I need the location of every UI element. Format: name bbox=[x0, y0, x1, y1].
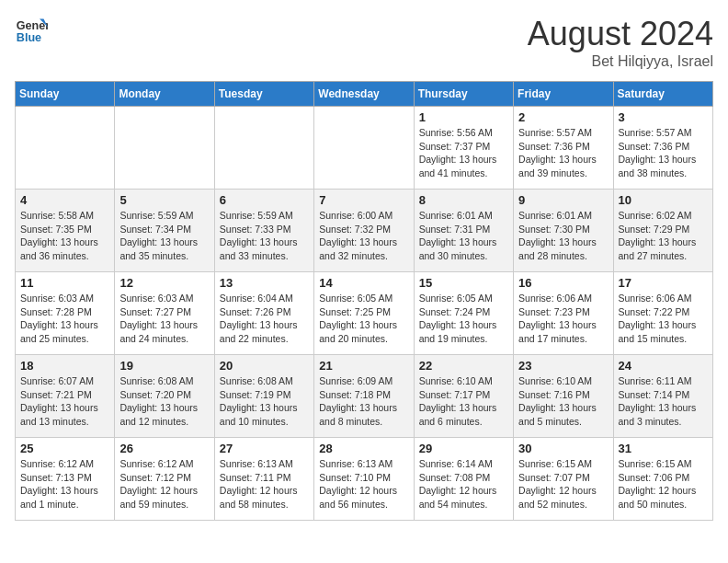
week-row-1: 1Sunrise: 5:56 AM Sunset: 7:37 PM Daylig… bbox=[16, 107, 713, 190]
calendar-table: SundayMondayTuesdayWednesdayThursdayFrid… bbox=[15, 81, 713, 521]
day-number: 28 bbox=[319, 442, 408, 455]
day-number: 20 bbox=[220, 359, 309, 373]
calendar-cell: 20Sunrise: 6:08 AM Sunset: 7:19 PM Dayli… bbox=[214, 355, 313, 438]
calendar-cell: 11Sunrise: 6:03 AM Sunset: 7:28 PM Dayli… bbox=[16, 272, 115, 355]
week-row-2: 4Sunrise: 5:58 AM Sunset: 7:35 PM Daylig… bbox=[16, 190, 713, 272]
day-number: 4 bbox=[20, 193, 109, 207]
day-number: 24 bbox=[619, 359, 708, 373]
day-number: 3 bbox=[619, 110, 708, 124]
day-info: Sunrise: 6:05 AM Sunset: 7:25 PM Dayligh… bbox=[319, 292, 408, 346]
weekday-header-tuesday: Tuesday bbox=[214, 82, 313, 107]
day-info: Sunrise: 6:10 AM Sunset: 7:16 PM Dayligh… bbox=[518, 374, 608, 429]
day-info: Sunrise: 5:57 AM Sunset: 7:36 PM Dayligh… bbox=[518, 126, 608, 180]
weekday-header-friday: Friday bbox=[514, 82, 613, 107]
day-number: 2 bbox=[518, 110, 608, 124]
week-row-3: 11Sunrise: 6:03 AM Sunset: 7:28 PM Dayli… bbox=[16, 272, 713, 355]
day-info: Sunrise: 6:12 AM Sunset: 7:12 PM Dayligh… bbox=[119, 457, 209, 511]
day-number: 25 bbox=[20, 442, 109, 455]
calendar-cell: 8Sunrise: 6:01 AM Sunset: 7:31 PM Daylig… bbox=[414, 190, 513, 272]
day-number: 30 bbox=[518, 442, 608, 455]
day-info: Sunrise: 6:02 AM Sunset: 7:29 PM Dayligh… bbox=[619, 209, 708, 263]
calendar-cell: 15Sunrise: 6:05 AM Sunset: 7:24 PM Dayli… bbox=[414, 272, 513, 355]
day-number: 26 bbox=[119, 442, 209, 455]
day-info: Sunrise: 6:12 AM Sunset: 7:13 PM Dayligh… bbox=[20, 457, 109, 511]
day-info: Sunrise: 6:05 AM Sunset: 7:24 PM Dayligh… bbox=[419, 292, 508, 346]
day-info: Sunrise: 6:01 AM Sunset: 7:30 PM Dayligh… bbox=[518, 209, 608, 263]
day-number: 27 bbox=[220, 442, 309, 455]
day-info: Sunrise: 5:59 AM Sunset: 7:34 PM Dayligh… bbox=[119, 209, 209, 263]
calendar-cell: 17Sunrise: 6:06 AM Sunset: 7:22 PM Dayli… bbox=[613, 272, 712, 355]
weekday-header-saturday: Saturday bbox=[613, 82, 712, 107]
calendar-cell: 10Sunrise: 6:02 AM Sunset: 7:29 PM Dayli… bbox=[613, 190, 712, 272]
calendar-cell: 3Sunrise: 5:57 AM Sunset: 7:36 PM Daylig… bbox=[613, 107, 712, 190]
day-info: Sunrise: 5:58 AM Sunset: 7:35 PM Dayligh… bbox=[20, 209, 109, 263]
calendar-cell bbox=[314, 107, 414, 190]
calendar-cell: 31Sunrise: 6:15 AM Sunset: 7:06 PM Dayli… bbox=[613, 438, 712, 521]
day-number: 23 bbox=[518, 359, 608, 373]
page-header: General Blue August 2024 Bet Hilqiyya, I… bbox=[15, 15, 713, 70]
calendar-cell: 19Sunrise: 6:08 AM Sunset: 7:20 PM Dayli… bbox=[115, 355, 214, 438]
calendar-cell bbox=[214, 107, 313, 190]
calendar-cell: 23Sunrise: 6:10 AM Sunset: 7:16 PM Dayli… bbox=[514, 355, 613, 438]
calendar-cell: 27Sunrise: 6:13 AM Sunset: 7:11 PM Dayli… bbox=[214, 438, 313, 521]
title-block: August 2024 Bet Hilqiyya, Israel bbox=[528, 15, 713, 70]
day-number: 1 bbox=[419, 110, 508, 124]
calendar-cell: 1Sunrise: 5:56 AM Sunset: 7:37 PM Daylig… bbox=[414, 107, 513, 190]
day-info: Sunrise: 6:01 AM Sunset: 7:31 PM Dayligh… bbox=[419, 209, 508, 263]
day-number: 15 bbox=[419, 276, 508, 290]
calendar-cell: 6Sunrise: 5:59 AM Sunset: 7:33 PM Daylig… bbox=[214, 190, 313, 272]
day-number: 29 bbox=[419, 442, 508, 455]
day-info: Sunrise: 6:03 AM Sunset: 7:28 PM Dayligh… bbox=[20, 292, 109, 346]
day-info: Sunrise: 6:14 AM Sunset: 7:08 PM Dayligh… bbox=[419, 457, 508, 511]
calendar-cell bbox=[115, 107, 214, 190]
calendar-cell: 13Sunrise: 6:04 AM Sunset: 7:26 PM Dayli… bbox=[214, 272, 313, 355]
day-info: Sunrise: 6:04 AM Sunset: 7:26 PM Dayligh… bbox=[220, 292, 309, 346]
calendar-cell bbox=[16, 107, 115, 190]
day-info: Sunrise: 6:11 AM Sunset: 7:14 PM Dayligh… bbox=[619, 374, 708, 429]
day-info: Sunrise: 6:07 AM Sunset: 7:21 PM Dayligh… bbox=[20, 374, 109, 429]
day-number: 13 bbox=[220, 276, 309, 290]
month-title: August 2024 bbox=[528, 15, 713, 53]
day-number: 18 bbox=[20, 359, 109, 373]
calendar-cell: 7Sunrise: 6:00 AM Sunset: 7:32 PM Daylig… bbox=[314, 190, 414, 272]
calendar-cell: 18Sunrise: 6:07 AM Sunset: 7:21 PM Dayli… bbox=[16, 355, 115, 438]
logo-icon: General Blue bbox=[15, 15, 48, 48]
day-number: 21 bbox=[319, 359, 408, 373]
day-info: Sunrise: 6:15 AM Sunset: 7:07 PM Dayligh… bbox=[518, 457, 608, 511]
day-info: Sunrise: 6:00 AM Sunset: 7:32 PM Dayligh… bbox=[319, 209, 408, 263]
day-info: Sunrise: 6:08 AM Sunset: 7:20 PM Dayligh… bbox=[119, 374, 209, 429]
day-info: Sunrise: 5:57 AM Sunset: 7:36 PM Dayligh… bbox=[619, 126, 708, 180]
week-row-4: 18Sunrise: 6:07 AM Sunset: 7:21 PM Dayli… bbox=[16, 355, 713, 438]
calendar-cell: 25Sunrise: 6:12 AM Sunset: 7:13 PM Dayli… bbox=[16, 438, 115, 521]
day-info: Sunrise: 6:08 AM Sunset: 7:19 PM Dayligh… bbox=[220, 374, 309, 429]
calendar-cell: 26Sunrise: 6:12 AM Sunset: 7:12 PM Dayli… bbox=[115, 438, 214, 521]
day-number: 11 bbox=[20, 276, 109, 290]
day-number: 12 bbox=[119, 276, 209, 290]
weekday-header-thursday: Thursday bbox=[414, 82, 513, 107]
day-info: Sunrise: 6:15 AM Sunset: 7:06 PM Dayligh… bbox=[619, 457, 708, 511]
day-number: 7 bbox=[319, 193, 408, 207]
calendar-cell: 12Sunrise: 6:03 AM Sunset: 7:27 PM Dayli… bbox=[115, 272, 214, 355]
day-number: 5 bbox=[119, 193, 209, 207]
weekday-header-row: SundayMondayTuesdayWednesdayThursdayFrid… bbox=[16, 82, 713, 107]
day-number: 19 bbox=[119, 359, 209, 373]
day-info: Sunrise: 6:13 AM Sunset: 7:10 PM Dayligh… bbox=[319, 457, 408, 511]
day-number: 8 bbox=[419, 193, 508, 207]
calendar-cell: 9Sunrise: 6:01 AM Sunset: 7:30 PM Daylig… bbox=[514, 190, 613, 272]
calendar-cell: 30Sunrise: 6:15 AM Sunset: 7:07 PM Dayli… bbox=[514, 438, 613, 521]
location: Bet Hilqiyya, Israel bbox=[528, 53, 713, 70]
day-number: 17 bbox=[619, 276, 708, 290]
day-info: Sunrise: 6:06 AM Sunset: 7:23 PM Dayligh… bbox=[518, 292, 608, 346]
day-number: 6 bbox=[220, 193, 309, 207]
day-info: Sunrise: 5:56 AM Sunset: 7:37 PM Dayligh… bbox=[419, 126, 508, 180]
day-number: 31 bbox=[619, 442, 708, 455]
calendar-cell: 24Sunrise: 6:11 AM Sunset: 7:14 PM Dayli… bbox=[613, 355, 712, 438]
day-info: Sunrise: 6:03 AM Sunset: 7:27 PM Dayligh… bbox=[119, 292, 209, 346]
day-number: 9 bbox=[518, 193, 608, 207]
calendar-cell: 14Sunrise: 6:05 AM Sunset: 7:25 PM Dayli… bbox=[314, 272, 414, 355]
calendar-cell: 5Sunrise: 5:59 AM Sunset: 7:34 PM Daylig… bbox=[115, 190, 214, 272]
weekday-header-wednesday: Wednesday bbox=[314, 82, 414, 107]
day-number: 16 bbox=[518, 276, 608, 290]
calendar-cell: 28Sunrise: 6:13 AM Sunset: 7:10 PM Dayli… bbox=[314, 438, 414, 521]
weekday-header-sunday: Sunday bbox=[16, 82, 115, 107]
